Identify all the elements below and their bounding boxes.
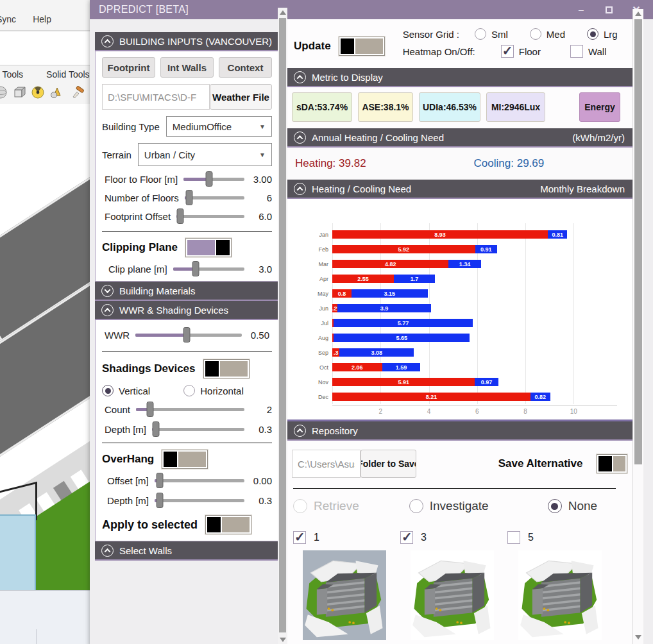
none-radio[interactable] bbox=[548, 499, 562, 513]
clipping-plane-toggle[interactable] bbox=[185, 238, 232, 257]
alternative-thumbnail-5[interactable] bbox=[518, 550, 602, 640]
building-materials-header[interactable]: Building Materials bbox=[95, 282, 279, 301]
folder-to-save-button[interactable]: Folder to Save bbox=[360, 450, 416, 478]
collapse-down-icon[interactable] bbox=[101, 285, 114, 297]
annual-need-header[interactable]: Annual Heating / Cooling Need (kWh/m2/yr… bbox=[287, 128, 634, 148]
overhang-toggle[interactable] bbox=[162, 450, 208, 469]
udia-metric-button[interactable]: UDIa:46.53% bbox=[419, 92, 480, 122]
brush-icon[interactable] bbox=[69, 85, 85, 99]
collapse-up-icon[interactable] bbox=[101, 35, 114, 47]
metric-to-display-header[interactable]: Metric to Display bbox=[287, 68, 634, 87]
energy-metric-button[interactable]: Energy bbox=[579, 92, 620, 122]
alternative-thumbnail-3[interactable] bbox=[411, 550, 494, 640]
overhang-depth-slider[interactable] bbox=[155, 499, 244, 502]
heatmap-wall-checkbox[interactable] bbox=[570, 45, 583, 58]
sensor-lrg-radio[interactable] bbox=[587, 28, 598, 40]
tab-surface-tools[interactable]: e Tools bbox=[0, 69, 23, 80]
viewport-3d-model[interactable] bbox=[0, 104, 90, 590]
building-type-label: Building Type bbox=[102, 121, 160, 132]
vertical-radio[interactable] bbox=[102, 385, 114, 396]
shadings-devices-toggle[interactable] bbox=[203, 359, 250, 378]
floor-to-floor-slider[interactable] bbox=[183, 178, 244, 181]
building-inputs-panel: BUILDING INPUTS (VANCOUVER) Footprint In… bbox=[95, 32, 279, 561]
command-area[interactable] bbox=[0, 32, 90, 65]
left-panel-scrollbar[interactable] bbox=[278, 8, 287, 644]
int-walls-button[interactable]: Int Walls bbox=[160, 57, 214, 78]
sphere-icon[interactable] bbox=[0, 85, 8, 99]
tab-solid-tools[interactable]: Solid Tools bbox=[46, 69, 89, 80]
alternative-3-checkbox[interactable] bbox=[400, 531, 413, 544]
save-path-input[interactable] bbox=[292, 450, 360, 478]
scroll-up-icon[interactable] bbox=[633, 9, 643, 18]
clip-plane-slider[interactable] bbox=[173, 267, 244, 271]
horizontal-radio[interactable] bbox=[183, 385, 195, 396]
collapse-up-icon[interactable] bbox=[101, 304, 114, 316]
radiation-icon[interactable] bbox=[31, 85, 45, 99]
update-toggle[interactable] bbox=[339, 37, 385, 56]
collapse-up-icon[interactable] bbox=[101, 545, 114, 557]
chart-month-label: Oct bbox=[294, 364, 328, 371]
minimize-button[interactable]: – bbox=[576, 4, 586, 15]
footprint-button[interactable]: Footprint bbox=[102, 57, 155, 78]
horizontal-label: Horizontal bbox=[200, 386, 244, 396]
chart-tick-label: 8 bbox=[523, 408, 527, 415]
alternative-thumbnail-1[interactable] bbox=[303, 550, 386, 640]
sensor-med-radio[interactable] bbox=[530, 28, 541, 40]
collapse-up-icon[interactable] bbox=[294, 183, 306, 195]
wwr-slider[interactable] bbox=[135, 334, 242, 337]
right-panel-scrollbar[interactable] bbox=[632, 9, 643, 644]
maximize-button[interactable] bbox=[604, 4, 614, 15]
ase-metric-button[interactable]: ASE:38.1% bbox=[358, 92, 413, 122]
menu-help[interactable]: Help bbox=[33, 14, 51, 24]
context-button[interactable]: Context bbox=[219, 57, 272, 78]
count-slider[interactable] bbox=[136, 408, 244, 411]
retrieve-radio[interactable] bbox=[293, 499, 307, 513]
scroll-down-icon[interactable] bbox=[633, 632, 643, 641]
shading-depth-slider[interactable] bbox=[152, 428, 244, 431]
scroll-up-icon[interactable] bbox=[278, 8, 287, 17]
heatmap-floor-checkbox[interactable] bbox=[501, 45, 514, 58]
collapse-up-icon[interactable] bbox=[294, 71, 306, 83]
collapse-up-icon[interactable] bbox=[294, 131, 306, 144]
number-of-floors-slider[interactable] bbox=[185, 196, 244, 199]
scrollbar-thumb[interactable] bbox=[634, 19, 642, 464]
chart-row: Feb5.920.91 bbox=[332, 242, 617, 257]
chevron-down-icon: ▼ bbox=[259, 151, 266, 158]
chart-bar-heating: 5.91 bbox=[332, 378, 475, 386]
overhang-offset-slider[interactable] bbox=[155, 479, 244, 482]
solids-icon[interactable] bbox=[49, 85, 65, 99]
collapse-up-icon[interactable] bbox=[294, 425, 306, 437]
shading-depth-label: Depth [m] bbox=[105, 424, 146, 435]
weather-path-input[interactable] bbox=[102, 84, 210, 110]
menu-sync[interactable]: Sync bbox=[0, 14, 16, 24]
title-bar[interactable]: DPREDICT [BETA] – ✕ bbox=[90, 0, 653, 19]
scroll-down-icon[interactable] bbox=[278, 635, 287, 644]
results-panel: Update Sensor Grid : Sml Med Lrg H bbox=[287, 19, 634, 644]
toolbar-icons bbox=[0, 85, 85, 99]
wwr-shading-header[interactable]: WWR & Shading Devices bbox=[95, 301, 279, 320]
number-of-floors-value: 6 bbox=[250, 192, 272, 203]
weather-file-button[interactable]: Weather File bbox=[210, 84, 272, 110]
building-inputs-header[interactable]: BUILDING INPUTS (VANCOUVER) bbox=[95, 32, 279, 51]
chart-month-label: Mar bbox=[294, 261, 328, 267]
chart-month-label: Jul bbox=[294, 320, 328, 326]
select-walls-header[interactable]: Select Walls bbox=[95, 541, 279, 561]
apply-to-selected-toggle[interactable] bbox=[205, 515, 251, 534]
scrollbar-thumb[interactable] bbox=[279, 18, 286, 632]
box-icon[interactable] bbox=[12, 85, 26, 99]
sda-metric-button[interactable]: sDA:53.74% bbox=[292, 92, 352, 122]
investigate-radio[interactable] bbox=[409, 499, 423, 513]
terrain-dropdown[interactable]: Urban / City▼ bbox=[138, 143, 272, 166]
mi-metric-button[interactable]: MI:2946Lux bbox=[486, 92, 545, 122]
chart-bar-heating: 0.8 bbox=[332, 289, 352, 298]
alternative-5-checkbox[interactable] bbox=[507, 531, 520, 544]
monthly-breakdown-header[interactable]: Heating / Cooling Need Monthly Breakdown bbox=[287, 180, 634, 199]
footprint-offset-slider[interactable] bbox=[176, 215, 244, 218]
sensor-sml-radio[interactable] bbox=[475, 28, 486, 40]
building-type-dropdown[interactable]: MediumOffice▼ bbox=[166, 116, 272, 137]
save-row: Folder to Save Save Alternative bbox=[287, 441, 634, 486]
repository-header[interactable]: Repository bbox=[287, 421, 634, 441]
save-alternative-toggle[interactable] bbox=[597, 454, 627, 473]
alternative-1-checkbox[interactable] bbox=[293, 531, 306, 544]
chart-row: Sep.33.08 bbox=[332, 345, 617, 360]
